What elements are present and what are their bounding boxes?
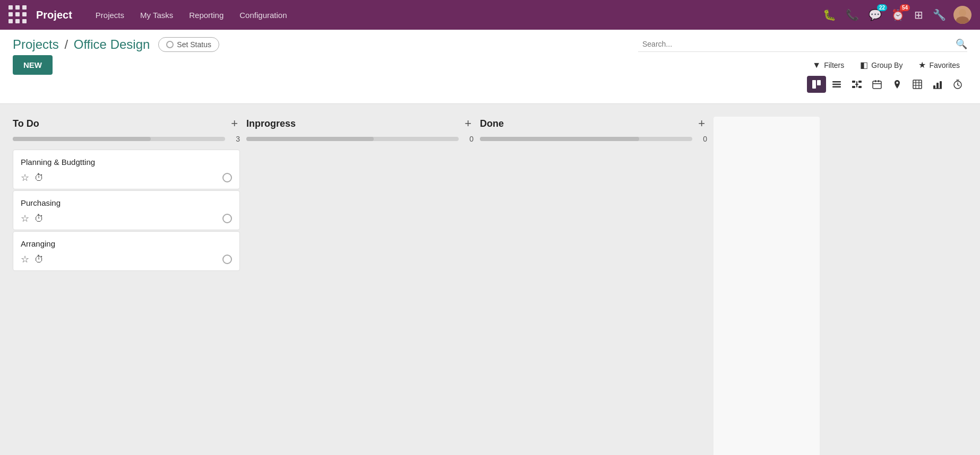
search-bar: 🔍 — [638, 38, 967, 52]
kanban-col-header-todo: To Do + — [13, 117, 240, 130]
svg-point-1 — [956, 16, 969, 24]
nav-projects[interactable]: Projects — [89, 7, 131, 23]
timer-badge: 54 — [900, 4, 910, 11]
svg-rect-12 — [855, 84, 858, 85]
tree-view-btn[interactable] — [847, 76, 866, 93]
set-status-label: Set Status — [177, 40, 211, 49]
list-view-btn[interactable] — [827, 76, 846, 93]
groupby-button[interactable]: ◧ Group By — [853, 57, 910, 73]
kanban-card-title: Purchasing — [21, 198, 232, 207]
messages-badge: 22 — [877, 4, 887, 11]
breadcrumb-separator: / — [64, 37, 68, 51]
bar-chart-view-btn[interactable] — [928, 76, 947, 93]
svg-point-0 — [959, 9, 966, 16]
kanban-col-add-btn-inprogress[interactable]: + — [462, 117, 474, 130]
kanban-col-header-inprogress: Inprogress + — [246, 117, 474, 130]
kanban-col-inprogress: Inprogress + 0 — [246, 117, 480, 455]
search-icon[interactable]: 🔍 — [956, 38, 967, 50]
header-area: Projects / Office Design Set Status 🔍 NE… — [0, 30, 980, 104]
svg-rect-7 — [852, 81, 855, 83]
svg-rect-6 — [832, 86, 841, 88]
tools-icon[interactable]: 🔧 — [931, 6, 948, 23]
search-input[interactable] — [638, 38, 956, 50]
star-icon: ★ — [918, 60, 926, 70]
topnav: Project Projects My Tasks Reporting Conf… — [0, 0, 980, 30]
card-clock-icon[interactable]: ⏱ — [35, 254, 44, 265]
filters-label: Filters — [824, 61, 844, 69]
kanban-card-title: Arranging — [21, 239, 232, 248]
progress-bar-done: 0 — [480, 135, 707, 143]
filter-icon: ▼ — [812, 60, 821, 70]
kanban-card-footer: ☆ ⏱ — [21, 172, 232, 183]
nav-links: Projects My Tasks Reporting Configuratio… — [89, 7, 816, 23]
col-count-todo: 3 — [229, 135, 240, 143]
card-star-icon[interactable]: ☆ — [21, 172, 29, 183]
svg-rect-9 — [852, 86, 855, 88]
kanban-col-title-todo: To Do — [13, 118, 229, 129]
svg-rect-4 — [832, 81, 841, 83]
col-count-done: 0 — [697, 135, 707, 143]
progress-bar-inprogress: 0 — [246, 135, 474, 143]
svg-rect-2 — [812, 80, 816, 89]
svg-rect-17 — [913, 80, 922, 89]
kanban-col-title-done: Done — [480, 118, 696, 129]
col-count-inprogress: 0 — [463, 135, 474, 143]
groupby-icon: ◧ — [860, 60, 868, 70]
card-status-circle[interactable] — [222, 214, 232, 223]
card-star-icon[interactable]: ☆ — [21, 253, 29, 265]
kanban-card[interactable]: Purchasing ☆ ⏱ — [13, 190, 240, 230]
svg-rect-5 — [832, 84, 841, 85]
kanban-card[interactable]: Arranging ☆ ⏱ — [13, 231, 240, 271]
kanban-col-add-btn-done[interactable]: + — [696, 117, 707, 130]
nav-my-tasks[interactable]: My Tasks — [134, 7, 179, 23]
filters-button[interactable]: ▼ Filters — [805, 57, 852, 73]
kanban-card-title: Planning & Budgtting — [21, 158, 232, 167]
kanban-card[interactable]: Planning & Budgtting ☆ ⏱ — [13, 150, 240, 189]
card-star-icon[interactable]: ☆ — [21, 213, 29, 224]
svg-rect-10 — [858, 86, 862, 88]
svg-rect-16 — [873, 83, 881, 84]
debug-icon[interactable]: 🐛 — [821, 6, 838, 23]
kanban-col-title-inprogress: Inprogress — [246, 118, 462, 129]
kanban-view-btn[interactable] — [807, 76, 826, 93]
calendar-view-btn[interactable] — [867, 76, 887, 93]
user-avatar[interactable] — [953, 6, 972, 24]
map-view-btn[interactable] — [888, 76, 907, 93]
timer-icon[interactable]: ⏰ 54 — [889, 6, 907, 23]
brand-title: Project — [36, 9, 72, 21]
phone-icon[interactable]: 📞 — [844, 6, 861, 23]
progress-bar-todo: 3 — [13, 135, 240, 143]
card-clock-icon[interactable]: ⏱ — [35, 213, 44, 224]
favorites-button[interactable]: ★ Favorites — [911, 57, 967, 73]
favorites-label: Favorites — [929, 61, 960, 69]
apps-grid-icon[interactable] — [8, 5, 28, 24]
nav-configuration[interactable]: Configuration — [233, 7, 293, 23]
breadcrumb-root[interactable]: Projects — [13, 37, 59, 51]
card-status-circle[interactable] — [222, 255, 232, 264]
kanban-col-todo: To Do + 3 Planning & Budgtting ☆ ⏱ Purch… — [13, 117, 246, 455]
nav-reporting[interactable]: Reporting — [183, 7, 230, 23]
messages-icon[interactable]: 💬 22 — [866, 6, 884, 23]
set-status-circle-icon — [166, 41, 174, 48]
svg-rect-22 — [933, 85, 935, 89]
breadcrumb-page: Office Design — [74, 37, 150, 51]
kanban-col-header-done: Done + — [480, 117, 707, 130]
view-icons-row — [807, 75, 967, 98]
set-status-button[interactable]: Set Status — [158, 37, 219, 52]
card-clock-icon[interactable]: ⏱ — [35, 172, 44, 183]
timer-view-btn[interactable] — [948, 76, 967, 93]
grid-apps-icon[interactable]: ⊞ — [912, 6, 925, 23]
svg-line-28 — [958, 85, 959, 86]
filter-group: ▼ Filters ◧ Group By ★ Favorites — [805, 57, 967, 73]
new-button[interactable]: NEW — [13, 55, 53, 75]
svg-rect-3 — [817, 80, 821, 85]
kanban-col-add-btn-todo[interactable]: + — [229, 117, 240, 130]
kanban-area: To Do + 3 Planning & Budgtting ☆ ⏱ Purch… — [0, 104, 980, 455]
breadcrumb: Projects / Office Design — [13, 37, 150, 52]
kanban-col-done: Done + 0 — [480, 117, 713, 455]
svg-rect-14 — [875, 80, 876, 82]
svg-rect-15 — [878, 80, 879, 82]
spreadsheet-view-btn[interactable] — [908, 76, 927, 93]
kanban-card-footer: ☆ ⏱ — [21, 253, 232, 265]
card-status-circle[interactable] — [222, 173, 232, 182]
